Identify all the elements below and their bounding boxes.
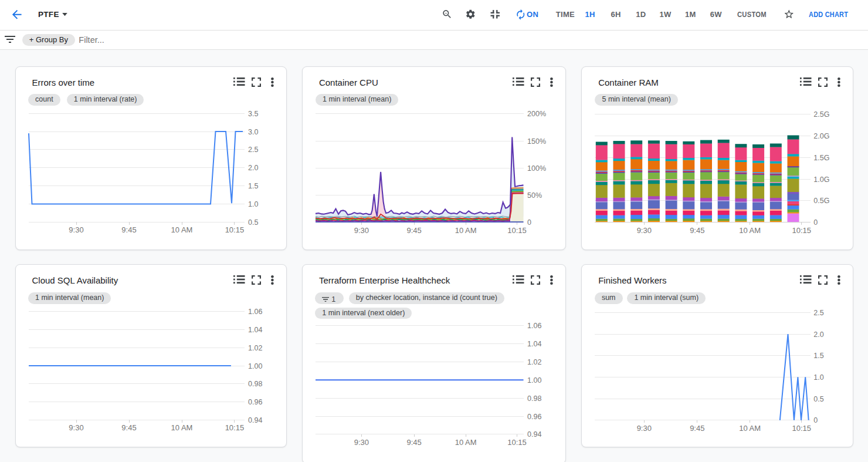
svg-text:1.5G: 1.5G xyxy=(813,154,829,162)
svg-text:1.00: 1.00 xyxy=(248,362,262,370)
svg-text:9:45: 9:45 xyxy=(406,226,421,235)
svg-text:10 AM: 10 AM xyxy=(739,226,761,235)
svg-text:1.06: 1.06 xyxy=(527,322,541,330)
svg-text:1.06: 1.06 xyxy=(248,308,262,316)
svg-text:1.0: 1.0 xyxy=(813,373,823,382)
svg-text:10 AM: 10 AM xyxy=(739,424,761,433)
svg-text:9:45: 9:45 xyxy=(121,423,136,432)
svg-text:0: 0 xyxy=(527,218,531,227)
svg-text:10 AM: 10 AM xyxy=(455,438,477,447)
svg-text:1.04: 1.04 xyxy=(527,340,541,348)
svg-text:1.02: 1.02 xyxy=(527,358,541,366)
svg-text:0.96: 0.96 xyxy=(527,413,541,421)
svg-text:9:45: 9:45 xyxy=(121,225,136,234)
svg-text:1.00: 1.00 xyxy=(527,376,541,385)
svg-text:2.5: 2.5 xyxy=(248,146,258,154)
svg-text:100%: 100% xyxy=(527,164,546,173)
svg-text:150%: 150% xyxy=(527,137,546,146)
svg-text:1.0G: 1.0G xyxy=(813,176,829,184)
svg-text:0: 0 xyxy=(813,218,818,227)
svg-text:0.94: 0.94 xyxy=(527,430,541,439)
svg-text:9:45: 9:45 xyxy=(406,438,421,447)
svg-text:0: 0 xyxy=(813,416,818,424)
svg-text:0.98: 0.98 xyxy=(527,394,541,403)
svg-text:2.0G: 2.0G xyxy=(813,132,829,140)
svg-text:10 AM: 10 AM xyxy=(171,423,192,432)
svg-text:0.5: 0.5 xyxy=(813,395,823,403)
svg-text:10:15: 10:15 xyxy=(792,424,812,433)
svg-text:9:30: 9:30 xyxy=(69,423,83,432)
svg-text:9:30: 9:30 xyxy=(354,226,369,235)
svg-text:2.0: 2.0 xyxy=(248,164,258,172)
svg-text:2.5: 2.5 xyxy=(813,309,823,317)
svg-text:1.5: 1.5 xyxy=(813,352,823,360)
svg-text:0.98: 0.98 xyxy=(248,380,262,388)
svg-text:10 AM: 10 AM xyxy=(171,225,192,234)
svg-text:3.0: 3.0 xyxy=(248,128,258,136)
svg-text:3.5: 3.5 xyxy=(248,110,258,118)
svg-text:50%: 50% xyxy=(527,191,542,200)
svg-text:10 AM: 10 AM xyxy=(455,226,477,235)
svg-text:10:15: 10:15 xyxy=(225,225,244,234)
svg-text:10:15: 10:15 xyxy=(792,226,812,235)
svg-text:1.04: 1.04 xyxy=(248,326,262,334)
svg-text:10:15: 10:15 xyxy=(225,423,244,432)
svg-text:0.5G: 0.5G xyxy=(813,197,829,205)
svg-text:0.96: 0.96 xyxy=(248,398,262,406)
svg-text:9:30: 9:30 xyxy=(637,424,652,433)
svg-text:1.5: 1.5 xyxy=(248,182,258,190)
svg-text:10:15: 10:15 xyxy=(507,438,527,447)
svg-text:1.02: 1.02 xyxy=(248,344,262,352)
svg-text:0.94: 0.94 xyxy=(248,416,262,424)
svg-text:0.5: 0.5 xyxy=(248,218,258,227)
svg-text:200%: 200% xyxy=(527,110,546,118)
svg-text:1.0: 1.0 xyxy=(248,200,258,208)
svg-text:9:30: 9:30 xyxy=(637,226,652,235)
svg-text:2.5G: 2.5G xyxy=(813,110,829,119)
svg-text:9:30: 9:30 xyxy=(69,225,83,234)
svg-text:9:45: 9:45 xyxy=(690,226,704,235)
svg-text:10:15: 10:15 xyxy=(507,226,527,235)
svg-text:9:30: 9:30 xyxy=(354,438,369,447)
svg-text:9:45: 9:45 xyxy=(690,424,704,433)
svg-text:2.0: 2.0 xyxy=(813,331,823,339)
